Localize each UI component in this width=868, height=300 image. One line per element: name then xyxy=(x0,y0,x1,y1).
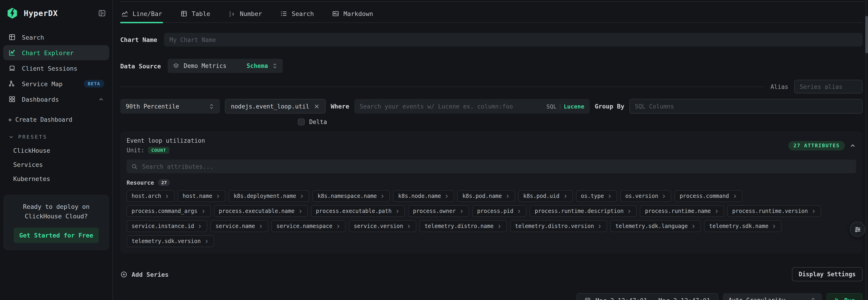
sidebar-item-client-sessions[interactable]: Client Sessions xyxy=(3,61,109,76)
chevron-right-icon xyxy=(164,194,169,198)
tab-markdown[interactable]: Markdown xyxy=(331,6,374,22)
close-icon[interactable] xyxy=(314,103,320,109)
chevron-right-icon xyxy=(258,224,263,229)
sidebar-item-service-map[interactable]: Service Map BETA xyxy=(3,76,109,91)
scrollbar-thumb[interactable] xyxy=(865,16,868,53)
attribute-name: process.runtime.version xyxy=(732,208,808,214)
attribute-chip-list: host.arch host.name k8s.deployment.name xyxy=(127,190,856,247)
attribute-chip[interactable]: k8s.deployment.name xyxy=(228,190,309,202)
attribute-name: service.namespace xyxy=(276,223,333,229)
sql-lucene-toggle[interactable]: SQL|Lucene xyxy=(546,103,584,110)
preset-item[interactable]: Services xyxy=(13,161,113,168)
group-by-input[interactable] xyxy=(635,103,857,110)
attribute-chip[interactable]: service.namespace xyxy=(272,220,346,232)
sidebar-item-label: Dashboards xyxy=(22,96,59,103)
attribute-chip[interactable]: host.arch xyxy=(127,190,175,202)
presets-header[interactable]: PRESETS xyxy=(8,134,113,140)
attribute-chip[interactable]: process.runtime.description xyxy=(530,205,637,217)
attribute-chip[interactable]: k8s.pod.uid xyxy=(518,190,573,202)
attribute-chip[interactable]: process.command xyxy=(675,190,742,202)
attribute-chip[interactable]: service.version xyxy=(349,220,416,232)
attribute-chip[interactable]: k8s.namespace.name xyxy=(313,190,390,202)
lucene-option[interactable]: Lucene xyxy=(564,103,584,110)
unit-label: Unit: xyxy=(127,147,144,154)
tab-search[interactable]: Search xyxy=(279,6,315,22)
attribute-name: process.runtime.name xyxy=(645,208,711,214)
attribute-name: process.command xyxy=(680,193,729,199)
attribute-chip[interactable]: telemetry.distro.version xyxy=(510,220,607,232)
sql-option[interactable]: SQL xyxy=(546,103,557,110)
attribute-chip[interactable]: telemetry.sdk.version xyxy=(127,235,214,247)
tab-line-bar[interactable]: Line/Bar xyxy=(120,6,163,22)
chevron-right-icon xyxy=(215,194,220,198)
attribute-chip[interactable]: process.runtime.name xyxy=(640,205,724,217)
panel-header-left: Event loop utilization Unit: COUNT xyxy=(127,137,205,154)
data-source-value: Demo Metrics xyxy=(184,62,226,69)
delta-checkbox[interactable] xyxy=(298,118,305,126)
attribute-chip[interactable]: telemetry.sdk.language xyxy=(611,220,701,232)
alias-input[interactable] xyxy=(800,83,857,90)
attribute-chip[interactable]: process.executable.path xyxy=(311,205,405,217)
attribute-chip[interactable]: process.executable.name xyxy=(214,205,308,217)
chevron-right-icon xyxy=(444,194,449,198)
chevron-right-icon xyxy=(298,209,303,214)
granularity-select[interactable]: Auto Granularity xyxy=(722,293,822,300)
attribute-chip[interactable]: telemetry.distro.name xyxy=(420,220,507,232)
attribute-chip[interactable]: telemetry.sdk.name xyxy=(704,220,782,232)
panel-header: Event loop utilization Unit: COUNT 27 AT… xyxy=(127,137,856,154)
data-source-select[interactable]: Demo Metrics Schema xyxy=(168,59,283,73)
alias-divider xyxy=(120,86,765,87)
attribute-chip[interactable]: os.type xyxy=(576,190,617,202)
where-search-input[interactable] xyxy=(360,103,543,110)
attribute-name: process.executable.name xyxy=(219,208,294,214)
display-settings-button[interactable]: Display Settings xyxy=(792,267,863,281)
time-range-picker[interactable]: Mar 2 12:47:01 - Mar 2 13:47:01 xyxy=(576,293,718,300)
app-root: HyperDX Search Chart Explorer xyxy=(0,0,868,300)
chart-name-input[interactable] xyxy=(169,36,857,43)
group-by-label: Group By xyxy=(595,103,624,110)
attribute-chip[interactable]: process.pid xyxy=(472,205,527,217)
table-icon xyxy=(180,10,188,17)
tab-label: Markdown xyxy=(343,10,373,17)
tab-label: Number xyxy=(240,10,262,17)
attribute-name: os.version xyxy=(625,193,658,199)
aggregation-select[interactable]: 90th Percentile xyxy=(120,99,220,113)
scrollbar-track[interactable] xyxy=(865,0,868,300)
sidebar-item-search[interactable]: Search xyxy=(3,30,109,45)
attribute-chip[interactable]: k8s.pod.name xyxy=(458,190,515,202)
tab-number[interactable]: 123 Number xyxy=(227,6,263,22)
resource-group-label: Resource xyxy=(127,179,154,186)
chevron-updown-icon xyxy=(810,297,816,300)
filter-settings-fab[interactable] xyxy=(850,222,865,237)
data-source-label: Data Source xyxy=(120,62,161,70)
sidebar: HyperDX Search Chart Explorer xyxy=(0,0,113,300)
chevron-up-icon[interactable] xyxy=(98,96,104,102)
get-started-button[interactable]: Get Started for Free xyxy=(14,227,99,243)
attribute-chip[interactable]: service.instance.id xyxy=(127,220,208,232)
attribute-search-input[interactable] xyxy=(142,163,851,170)
tab-table[interactable]: Table xyxy=(179,6,211,22)
attribute-chip[interactable]: host.name xyxy=(178,190,225,202)
schema-link[interactable]: Schema xyxy=(247,62,268,69)
attribute-chip[interactable]: process.owner xyxy=(408,205,469,217)
attribute-chip[interactable]: process.command_args xyxy=(127,205,211,217)
preset-item[interactable]: Kubernetes xyxy=(13,175,113,182)
metric-chip[interactable]: nodejs.event_loop.util xyxy=(225,99,326,113)
attribute-chip[interactable]: os.version xyxy=(620,190,672,202)
attribute-chip[interactable]: process.runtime.version xyxy=(727,205,821,217)
add-series-button[interactable]: Add Series xyxy=(120,271,169,278)
create-dashboard-button[interactable]: + Create Dashboard xyxy=(8,116,113,123)
attribute-chip[interactable]: k8s.node.name xyxy=(393,190,454,202)
attribute-chip[interactable]: service.name xyxy=(211,220,268,232)
delta-label: Delta xyxy=(309,118,327,126)
run-button[interactable]: Run xyxy=(826,293,863,300)
number-123-icon: 123 xyxy=(228,10,236,17)
chevron-up-icon[interactable] xyxy=(849,142,856,149)
metric-name: nodejs.event_loop.util xyxy=(231,103,309,110)
preset-item[interactable]: ClickHouse xyxy=(13,147,113,154)
attribute-name: service.name xyxy=(216,223,255,229)
top-divider xyxy=(120,1,865,2)
sidebar-item-dashboards[interactable]: Dashboards xyxy=(3,92,109,107)
sidebar-item-chart-explorer[interactable]: Chart Explorer xyxy=(3,45,109,60)
collapse-sidebar-icon[interactable] xyxy=(98,9,106,17)
